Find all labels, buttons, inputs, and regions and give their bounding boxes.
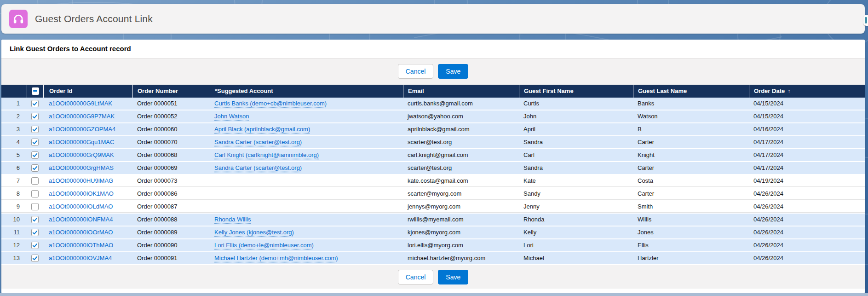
- row-checkbox[interactable]: [31, 139, 39, 146]
- suggested-account-link[interactable]: Carl Knight (carlknight@iamnimble.org): [214, 151, 319, 158]
- save-button-bottom[interactable]: Save: [438, 270, 468, 284]
- column-header-suggested-account[interactable]: *Suggested Account: [210, 85, 403, 98]
- last-name-cell: Watson: [633, 110, 749, 122]
- suggested-account-link[interactable]: Rhonda Willis: [214, 216, 251, 223]
- app-canvas: Guest Orders Account Link Link Guest Ord…: [0, 0, 868, 296]
- order-id-link[interactable]: a1OOt000000GrQ9MAK: [49, 151, 114, 158]
- order-number-cell: Order 0000088: [132, 214, 210, 226]
- row-checkbox[interactable]: [31, 255, 39, 262]
- order-id-link[interactable]: a1OOt000000Gqu1MAC: [49, 139, 114, 145]
- order-date-cell: 04/17/2024: [749, 162, 865, 174]
- row-number: 1: [1, 98, 27, 110]
- first-name-cell: Sandy: [519, 188, 633, 200]
- order-id-link[interactable]: a1OOt000000IOLdMAO: [49, 203, 113, 210]
- order-id-link[interactable]: a1OOt000000HU9lMAG: [49, 177, 113, 184]
- last-name-cell: Jones: [633, 226, 749, 238]
- row-number: 4: [1, 136, 27, 148]
- order-date-cell: 04/26/2024: [749, 201, 865, 213]
- table-row: 12 a1OOt000000IOThMAO Order 0000090 Lori…: [1, 239, 865, 252]
- column-header-order-number[interactable]: Order Number: [132, 85, 210, 98]
- first-name-cell: Sandra: [519, 162, 633, 174]
- table-row: 3 a1OOt000000GZOPMA4 Order 0000060 April…: [1, 123, 865, 136]
- suggested-account-link[interactable]: Kelly Jones (kjones@test.org): [214, 229, 294, 236]
- select-all-checkbox[interactable]: [32, 87, 39, 95]
- column-header-email[interactable]: Email: [403, 85, 519, 98]
- row-checkbox[interactable]: [31, 216, 39, 223]
- order-number-cell: Order 0000051: [132, 98, 210, 110]
- link-guest-orders-card: Link Guest Orders to Account record Canc…: [1, 40, 865, 293]
- row-checkbox[interactable]: [31, 126, 39, 133]
- suggested-account-link[interactable]: Curtis Banks (demo+cb@nimbleuser.com): [214, 100, 327, 107]
- table-header-row: Order Id Order Number *Suggested Account…: [1, 85, 865, 98]
- email-cell: michael.hartzler@myorg.com: [403, 252, 519, 264]
- row-checkbox[interactable]: [31, 100, 39, 107]
- order-id-link[interactable]: a1OOt000000G9P7MAK: [49, 113, 115, 120]
- bottom-action-bar: Cancel Save: [1, 265, 865, 289]
- order-id-link[interactable]: a1OOt000000GrgHMAS: [49, 164, 114, 171]
- first-name-cell: Carl: [519, 149, 633, 161]
- last-name-cell: Carter: [633, 188, 749, 200]
- first-name-cell: Michael: [519, 252, 633, 264]
- order-date-cell: 04/17/2024: [749, 149, 865, 161]
- cancel-button-bottom[interactable]: Cancel: [398, 270, 434, 284]
- order-number-cell: Order 0000068: [132, 149, 210, 161]
- order-date-cell: 04/26/2024: [749, 239, 865, 251]
- last-name-cell: Hartzler: [633, 252, 749, 264]
- order-date-cell: 04/26/2024: [749, 226, 865, 238]
- table-body: 1 a1OOt000000G9LtMAK Order 0000051 Curti…: [1, 98, 865, 265]
- order-number-cell: Order 0000073: [132, 175, 210, 187]
- first-name-cell: Kate: [519, 175, 633, 187]
- suggested-account-link[interactable]: April Black (aprilnblack@gmail.com): [214, 126, 310, 133]
- order-number-cell: Order 0000089: [132, 226, 210, 238]
- row-checkbox[interactable]: [31, 229, 39, 236]
- section-title-band: Link Guest Orders to Account record: [1, 40, 865, 58]
- suggested-account-link[interactable]: Michael Hartzler (demo+mh@nimbleuser.com…: [214, 255, 338, 261]
- headset-icon: [9, 10, 28, 28]
- suggested-account-link[interactable]: Sandra Carter (scarter@test.org): [214, 164, 302, 171]
- row-checkbox[interactable]: [31, 164, 39, 172]
- order-id-link[interactable]: a1OOt000000GZOPMA4: [49, 126, 115, 133]
- sort-ascending-icon: ↑: [788, 88, 790, 94]
- column-header-order-date[interactable]: Order Date ↑: [749, 85, 865, 98]
- order-number-cell: Order 0000069: [132, 162, 210, 174]
- row-number: 7: [1, 175, 27, 187]
- row-number: 6: [1, 162, 27, 174]
- email-cell: lori.ellis@myorg.com: [403, 239, 519, 251]
- table-row: 7 a1OOt000000HU9lMAG Order 0000073 kate.…: [1, 175, 865, 188]
- cancel-button[interactable]: Cancel: [398, 64, 434, 79]
- last-name-cell: Costa: [633, 175, 749, 187]
- order-date-cell: 04/26/2024: [749, 252, 865, 264]
- row-checkbox[interactable]: [31, 242, 39, 249]
- order-id-link[interactable]: a1OOt000000G9LtMAK: [49, 100, 112, 107]
- suggested-account-link[interactable]: Sandra Carter (scarter@test.org): [214, 139, 302, 145]
- row-checkbox[interactable]: [31, 151, 39, 159]
- first-name-cell: John: [519, 110, 633, 122]
- order-date-label: Order Date: [754, 87, 785, 94]
- row-number: 10: [1, 214, 27, 226]
- row-number: 8: [1, 188, 27, 200]
- order-id-link[interactable]: a1OOt000000IOK1MAO: [49, 190, 114, 197]
- guest-orders-table: Order Id Order Number *Suggested Account…: [1, 85, 865, 265]
- save-button[interactable]: Save: [438, 64, 468, 79]
- row-number: 13: [1, 252, 27, 264]
- suggested-account-link[interactable]: John Watson: [214, 113, 249, 120]
- column-header-first-name[interactable]: Guest First Name: [519, 85, 633, 98]
- hidden-panel-handle-inner: [865, 17, 867, 23]
- column-header-last-name[interactable]: Guest Last Name: [633, 85, 749, 98]
- order-id-link[interactable]: a1OOt000000IOThMAO: [49, 242, 113, 249]
- column-header-order-id[interactable]: Order Id: [43, 85, 132, 98]
- row-checkbox[interactable]: [31, 113, 39, 120]
- row-number: 12: [1, 239, 27, 251]
- hidden-panel-handle[interactable]: [863, 15, 868, 26]
- email-cell: aprilnblack@gmail.com: [403, 123, 519, 135]
- order-id-link[interactable]: a1OOt000000IONFMA4: [49, 216, 113, 223]
- table-row: 13 a1OOt000000IOVJMA4 Order 0000091 Mich…: [1, 252, 865, 265]
- table-row: 10 a1OOt000000IONFMA4 Order 0000088 Rhon…: [1, 214, 865, 226]
- order-id-link[interactable]: a1OOt000000IOOrMAO: [49, 229, 113, 236]
- order-id-link[interactable]: a1OOt000000IOVJMA4: [49, 255, 112, 261]
- suggested-account-link[interactable]: Lori Ellis (demo+le@nimbleuser.com): [214, 242, 314, 249]
- indeterminate-dash-icon: [33, 90, 37, 92]
- row-checkbox[interactable]: [31, 203, 39, 210]
- row-checkbox[interactable]: [31, 177, 39, 185]
- row-checkbox[interactable]: [31, 190, 39, 197]
